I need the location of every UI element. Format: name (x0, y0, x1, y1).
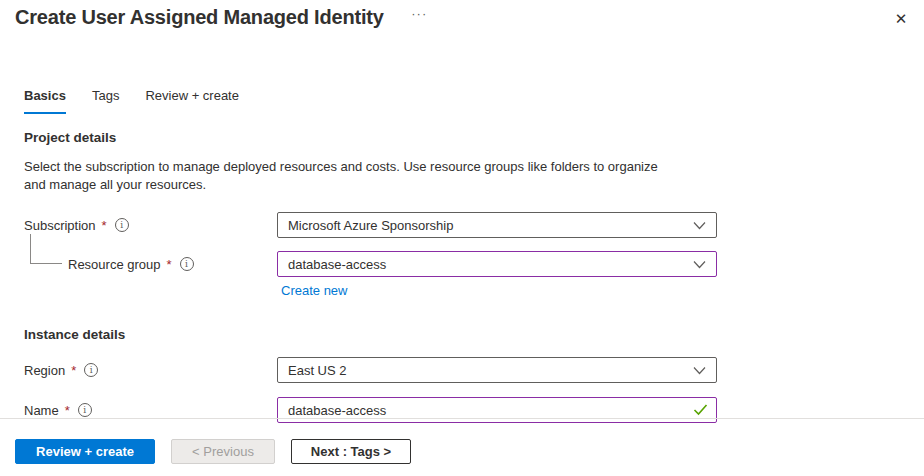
required-marker: * (71, 363, 76, 378)
review-create-button[interactable]: Review + create (15, 439, 155, 464)
resource-group-row: Resource group * i database-access (24, 251, 924, 277)
instance-details-heading: Instance details (24, 327, 924, 342)
chevron-down-icon (693, 366, 706, 375)
resource-group-dropdown[interactable]: database-access (277, 251, 717, 277)
valid-check-icon (693, 404, 708, 416)
name-label: Name * i (24, 403, 277, 418)
project-details-heading: Project details (24, 130, 924, 145)
region-label: Region * i (24, 363, 277, 378)
info-icon[interactable]: i (180, 257, 194, 271)
resource-group-label-text: Resource group (68, 257, 161, 272)
chevron-down-icon (693, 260, 706, 269)
tab-basics[interactable]: Basics (24, 88, 66, 114)
footer-actions: Review + create < Previous Next : Tags > (15, 439, 411, 464)
name-label-text: Name (24, 403, 59, 418)
more-options-icon[interactable]: ··· (411, 6, 427, 21)
name-input[interactable] (277, 397, 717, 423)
subscription-label: Subscription * i (24, 218, 277, 233)
subscription-row: Subscription * i Microsoft Azure Sponsor… (24, 212, 924, 238)
resource-group-connector-line (30, 234, 62, 264)
footer-divider (0, 418, 924, 419)
tab-review-create[interactable]: Review + create (145, 88, 239, 114)
info-icon[interactable]: i (115, 218, 129, 232)
required-marker: * (65, 403, 70, 418)
info-icon[interactable]: i (84, 363, 98, 377)
form-content: Project details Select the subscription … (0, 130, 924, 423)
dialog-header: Create User Assigned Managed Identity ··… (0, 0, 924, 46)
previous-button: < Previous (171, 439, 275, 464)
chevron-down-icon (693, 221, 706, 230)
create-new-link[interactable]: Create new (281, 283, 347, 298)
tab-bar: Basics Tags Review + create (24, 88, 924, 114)
project-details-description: Select the subscription to manage deploy… (24, 158, 679, 193)
next-tags-button[interactable]: Next : Tags > (291, 439, 411, 464)
subscription-selected-value: Microsoft Azure Sponsorship (288, 218, 453, 233)
name-row: Name * i (24, 397, 924, 423)
info-icon[interactable]: i (78, 403, 92, 417)
page-title: Create User Assigned Managed Identity (15, 6, 384, 29)
tab-tags[interactable]: Tags (92, 88, 119, 114)
resource-group-selected-value: database-access (288, 257, 386, 272)
subscription-dropdown[interactable]: Microsoft Azure Sponsorship (277, 212, 717, 238)
region-label-text: Region (24, 363, 65, 378)
region-selected-value: East US 2 (288, 363, 347, 378)
subscription-label-text: Subscription (24, 218, 96, 233)
region-dropdown[interactable]: East US 2 (277, 357, 717, 383)
required-marker: * (167, 257, 172, 272)
region-row: Region * i East US 2 (24, 357, 924, 383)
required-marker: * (102, 218, 107, 233)
close-icon[interactable]: ✕ (890, 8, 912, 30)
